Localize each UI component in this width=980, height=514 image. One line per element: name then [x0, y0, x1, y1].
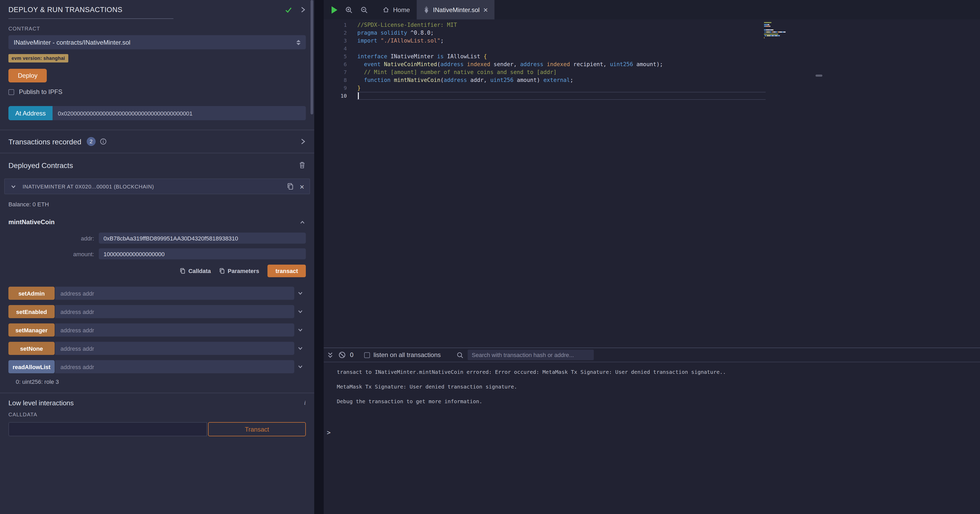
chevron-down-icon[interactable]: [297, 290, 304, 297]
run-script-play-icon[interactable]: [332, 6, 337, 13]
function-setManager-input[interactable]: address addr: [55, 324, 294, 336]
collapse-terminal-icon[interactable]: [326, 351, 334, 359]
param-label: addr:: [8, 235, 99, 241]
param-input[interactable]: 0xB78cbAa319ffBD899951AA30D4320f58189383…: [99, 233, 306, 244]
code-line-2[interactable]: 2pragma solidity ^0.8.0;: [324, 29, 765, 37]
transactions-count-badge: 2: [87, 137, 95, 146]
transact-button[interactable]: transact: [267, 265, 306, 277]
info-icon[interactable]: [100, 138, 107, 145]
contract-select[interactable]: INativeMinter - contracts/INativeMinter.…: [8, 35, 306, 49]
code-line-10[interactable]: 10: [324, 92, 765, 100]
function-actions-row: Calldata Parameters transact: [8, 265, 306, 277]
contract-select-value: INativeMinter - contracts/INativeMinter.…: [14, 39, 296, 46]
calldata-input[interactable]: [8, 422, 207, 436]
at-address-input[interactable]: [52, 106, 306, 120]
check-icon[interactable]: [285, 6, 292, 13]
pending-tx-count: 0: [350, 351, 353, 359]
function-setEnabled-button[interactable]: setEnabled: [8, 305, 55, 318]
function-list: setAdminaddress addrsetEnabledaddress ad…: [8, 287, 306, 373]
low-level-transact-button[interactable]: Transact: [208, 422, 306, 436]
param-row: amount:1000000000000000000: [8, 248, 306, 259]
copy-icon[interactable]: [287, 183, 294, 190]
instance-balance: Balance: 0 ETH: [8, 201, 306, 207]
line-number: 3: [324, 37, 357, 44]
listen-transactions-checkbox[interactable]: [364, 352, 370, 358]
terminal-panel: 0 listen on all transactions transact to…: [324, 347, 980, 514]
code-editor[interactable]: 1//SPDX-License-Identifier: MIT2pragma s…: [324, 19, 980, 347]
code-line-4[interactable]: 4: [324, 44, 765, 52]
deployed-instance-header[interactable]: INATIVEMINTER AT 0X020...00001 (BLOCKCHA…: [4, 179, 310, 194]
deployed-instance-body: Balance: 0 ETH mintNativeCoin addr:0xB78…: [4, 194, 310, 385]
chevron-right-icon[interactable]: [300, 6, 306, 13]
solidity-icon: [423, 6, 429, 14]
line-number: 2: [324, 29, 357, 37]
chevron-down-icon[interactable]: [297, 363, 304, 370]
low-level-title: Low level interactions: [8, 399, 304, 407]
close-icon[interactable]: ×: [299, 182, 304, 190]
function-setManager-button[interactable]: setManager: [8, 324, 55, 336]
transactions-recorded-section: Transactions recorded 2: [0, 130, 314, 153]
editor-minimap[interactable]: [764, 22, 789, 41]
param-input[interactable]: 1000000000000000000: [99, 248, 306, 259]
chevron-right-icon[interactable]: [300, 138, 306, 145]
code-line-9[interactable]: 9}: [324, 84, 765, 92]
main-panel: Home INativeMinter.sol × 1//SPDX-License…: [324, 0, 980, 514]
function-parameter-fields: addr:0xB78cbAa319ffBD899951AA30D4320f581…: [8, 233, 306, 259]
zoom-in-icon[interactable]: [345, 6, 353, 13]
panel-scrollbar[interactable]: [310, 0, 313, 114]
tab-inativeminter[interactable]: INativeMinter.sol ×: [417, 0, 495, 19]
transactions-recorded-label: Transactions recorded: [8, 137, 81, 146]
function-readAllowList-button[interactable]: readAllowList: [8, 360, 55, 373]
param-label: amount:: [8, 251, 99, 257]
line-number: 7: [324, 68, 357, 76]
at-address-button[interactable]: At Address: [8, 106, 52, 120]
chevron-down-icon[interactable]: [297, 308, 304, 315]
function-readAllowList-input[interactable]: address addr: [55, 360, 294, 373]
function-return-value: 0: uint256: role 3: [16, 379, 306, 385]
terminal-log-line: MetaMask Tx Signature: User denied trans…: [337, 384, 980, 390]
code-line-3[interactable]: 3import "./IAllowList.sol";: [324, 37, 765, 44]
zoom-out-icon[interactable]: [361, 6, 368, 13]
chevron-up-icon[interactable]: [299, 219, 306, 225]
code-line-8[interactable]: 8 function mintNativeCoin(address addr, …: [324, 76, 765, 84]
terminal-search-input[interactable]: [468, 350, 594, 360]
publish-ipfs-checkbox[interactable]: [8, 89, 14, 95]
info-icon[interactable]: i: [304, 399, 306, 407]
code-line-7[interactable]: 7 // Mint [amount] number of native coin…: [324, 68, 765, 76]
select-arrows-icon: [296, 40, 301, 45]
deploy-button[interactable]: Deploy: [8, 69, 47, 82]
terminal-logs: transact to INativeMinter.mintNativeCoin…: [324, 362, 980, 413]
terminal-log-line: Debug the transaction to get more inform…: [337, 398, 980, 404]
clear-console-icon[interactable]: [339, 351, 346, 359]
trash-icon[interactable]: [299, 161, 306, 169]
function-setNone-input[interactable]: address addr: [55, 342, 294, 355]
panel-title: DEPLOY & RUN TRANSACTIONS: [8, 6, 285, 14]
code-line-1[interactable]: 1//SPDX-License-Identifier: MIT: [324, 21, 765, 29]
text-cursor: [358, 92, 359, 99]
tab-home[interactable]: Home: [376, 0, 417, 19]
copy-icon: [220, 268, 225, 274]
line-number: 4: [324, 44, 357, 52]
panel-resize-gutter[interactable]: [314, 0, 324, 514]
terminal-prompt[interactable]: >: [327, 429, 980, 436]
parameters-copy-button[interactable]: Parameters: [220, 268, 259, 274]
function-setAdmin-input[interactable]: address addr: [55, 287, 294, 300]
at-address-row: At Address: [8, 106, 306, 120]
code-line-6[interactable]: 6 event NativeCoinMinted(address indexed…: [324, 60, 765, 68]
panel-title-underline: [8, 18, 173, 19]
chevron-down-icon[interactable]: [10, 183, 17, 190]
function-setAdmin-button[interactable]: setAdmin: [8, 287, 55, 300]
code-line-5[interactable]: 5interface INativeMinter is IAllowList {: [324, 52, 765, 60]
calldata-copy-button[interactable]: Calldata: [180, 268, 211, 274]
expanded-function-header[interactable]: mintNativeCoin: [8, 218, 306, 226]
chevron-down-icon[interactable]: [297, 327, 304, 333]
calldata-row: Transact: [8, 422, 306, 436]
function-setEnabled-input[interactable]: address addr: [55, 305, 294, 318]
chevron-down-icon[interactable]: [297, 345, 304, 352]
close-tab-icon[interactable]: ×: [483, 6, 488, 14]
remix-ide-window: DEPLOY & RUN TRANSACTIONS CONTRACT INati…: [0, 0, 980, 514]
line-number: 8: [324, 76, 357, 84]
scrollbar-marker[interactable]: [816, 75, 822, 77]
function-row: setAdminaddress addr: [8, 287, 306, 300]
function-setNone-button[interactable]: setNone: [8, 342, 55, 355]
